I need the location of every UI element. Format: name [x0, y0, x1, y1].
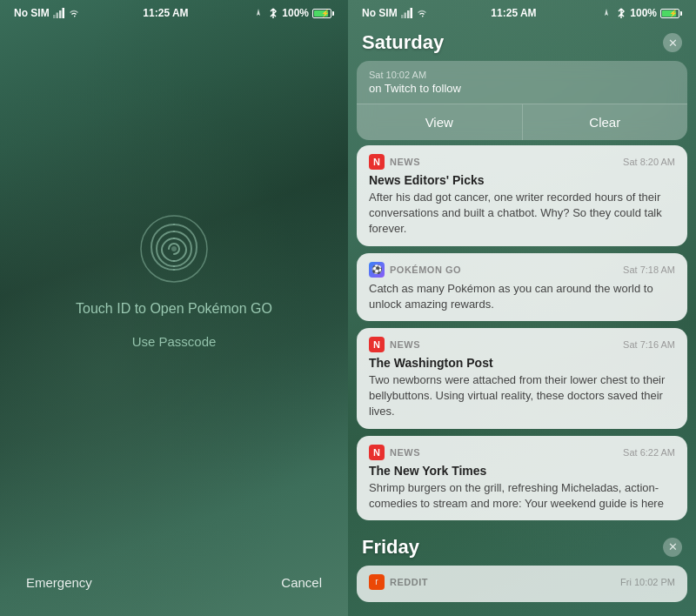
right-battery-icon: ⚡	[660, 9, 682, 18]
saturday-close-button[interactable]: ✕	[663, 33, 682, 52]
lock-screen-panel: No SIM 11:25 AM 100%	[0, 0, 348, 616]
saturday-label: Saturday	[362, 31, 444, 54]
right-battery-pct: 100%	[630, 7, 657, 19]
notif-header-2: ⚽ POKÉMON GO Sat 7:18 AM	[369, 262, 675, 278]
clear-button[interactable]: Clear	[522, 104, 688, 140]
news-icon-3: N	[369, 337, 385, 352]
cancel-button[interactable]: Cancel	[281, 575, 322, 590]
right-location-icon	[600, 8, 612, 18]
left-battery-area: 100% ⚡	[252, 7, 334, 19]
reddit-icon: r	[369, 574, 385, 590]
right-time: 11:25 AM	[491, 7, 536, 19]
pokemon-go-notification[interactable]: ⚽ POKÉMON GO Sat 7:18 AM Catch as many P…	[357, 253, 687, 321]
notif-time-2: Sat 7:18 AM	[623, 264, 675, 275]
notifications-list[interactable]: Saturday ✕ Sat 10:02 AM on Twitch to fol…	[348, 23, 696, 611]
touch-id-area: Touch ID to Open Pokémon GO Use Passcode	[76, 214, 272, 349]
svg-rect-7	[404, 13, 406, 19]
notif-header-3: N NEWS Sat 7:16 AM	[369, 337, 675, 352]
left-status-bar: No SIM 11:25 AM 100%	[0, 0, 348, 23]
notifications-panel: No SIM 11:25 AM 100%	[348, 0, 696, 616]
right-battery-area: 100% ⚡	[600, 7, 682, 19]
notif-time-1: Sat 8:20 AM	[623, 157, 675, 167]
view-button[interactable]: View	[357, 104, 522, 140]
notif-title-3: The Washington Post	[369, 356, 675, 370]
notif-time-4: Sat 6:22 AM	[623, 447, 675, 458]
left-carrier-signal: No SIM	[14, 7, 79, 19]
notif-source-4: N NEWS	[369, 445, 420, 460]
news-icon-1: N	[369, 154, 385, 170]
notif-source-2: ⚽ POKÉMON GO	[369, 262, 461, 278]
fingerprint-icon	[139, 214, 209, 284]
svg-rect-9	[410, 8, 412, 18]
twitch-notif-actions: View Clear	[357, 104, 687, 140]
left-time: 11:25 AM	[143, 7, 188, 19]
lock-screen-bottom: Emergency Cancel	[0, 575, 348, 616]
notif-time-3: Sat 7:16 AM	[623, 339, 675, 350]
right-carrier-text: No SIM	[362, 7, 398, 19]
svg-rect-3	[62, 8, 64, 18]
saturday-header: Saturday ✕	[357, 23, 687, 61]
svg-rect-1	[56, 13, 58, 19]
twitch-notif-text: on Twitch to follow	[369, 82, 675, 95]
right-signal-icon	[401, 8, 413, 18]
friday-header: Friday ✕	[357, 527, 687, 566]
notif-app-4: NEWS	[390, 447, 420, 458]
use-passcode-button[interactable]: Use Passcode	[132, 334, 217, 349]
wifi-icon	[69, 8, 79, 18]
notif-header-1: N NEWS Sat 8:20 AM	[369, 154, 675, 170]
notif-header-4: N NEWS Sat 6:22 AM	[369, 445, 675, 460]
right-bluetooth-icon	[616, 8, 626, 18]
location-icon	[252, 8, 264, 18]
notif-source-1: N NEWS	[369, 154, 420, 170]
battery-pct: 100%	[282, 7, 309, 19]
right-status-bar: No SIM 11:25 AM 100%	[348, 0, 696, 23]
svg-rect-6	[401, 15, 404, 18]
news-editors-picks-notification[interactable]: N NEWS Sat 8:20 AM News Editors' Picks A…	[357, 145, 687, 246]
svg-rect-0	[53, 15, 56, 18]
signal-icon	[53, 8, 65, 18]
notif-time-5: Fri 10:02 PM	[620, 577, 675, 587]
notif-body-1: After his dad got cancer, one writer rec…	[369, 190, 675, 238]
notif-body-3: Two newborns were attached from their lo…	[369, 372, 675, 420]
emergency-button[interactable]: Emergency	[26, 575, 92, 590]
bluetooth-icon	[268, 8, 278, 18]
notif-body-4: Shrimp burgers on the grill, refreshing …	[369, 480, 675, 512]
svg-rect-2	[59, 10, 62, 18]
right-wifi-icon	[417, 8, 427, 18]
svg-point-5	[171, 246, 177, 251]
carrier-text: No SIM	[14, 7, 50, 19]
notif-source-3: N NEWS	[369, 337, 420, 352]
twitch-notif-time: Sat 10:02 AM	[369, 70, 675, 80]
notif-body-2: Catch as many Pokémon as you can around …	[369, 281, 675, 312]
notif-app-2: POKÉMON GO	[390, 264, 461, 275]
notif-app-3: NEWS	[390, 339, 420, 350]
friday-label: Friday	[362, 536, 419, 559]
notif-title-4: The New York Times	[369, 464, 675, 478]
notif-app-5: REDDIT	[390, 577, 428, 587]
twitch-notification-expanded: Sat 10:02 AM on Twitch to follow View Cl…	[357, 61, 687, 140]
right-carrier-signal: No SIM	[362, 7, 427, 19]
twitch-notif-content: Sat 10:02 AM on Twitch to follow	[357, 61, 687, 104]
svg-rect-8	[407, 10, 410, 18]
battery-icon: ⚡	[312, 9, 334, 18]
washington-post-notification[interactable]: N NEWS Sat 7:16 AM The Washington Post T…	[357, 328, 687, 429]
news-icon-4: N	[369, 445, 385, 460]
friday-close-button[interactable]: ✕	[663, 538, 682, 557]
touch-id-label: Touch ID to Open Pokémon GO	[76, 301, 272, 317]
notif-source-5: r REDDIT	[369, 574, 428, 590]
notif-app-1: NEWS	[390, 157, 420, 167]
notif-header-5: r REDDIT Fri 10:02 PM	[369, 574, 675, 590]
notif-title-1: News Editors' Picks	[369, 173, 675, 187]
reddit-notification[interactable]: r REDDIT Fri 10:02 PM	[357, 566, 687, 602]
pokeball-icon: ⚽	[369, 262, 385, 278]
nyt-notification[interactable]: N NEWS Sat 6:22 AM The New York Times Sh…	[357, 436, 687, 520]
